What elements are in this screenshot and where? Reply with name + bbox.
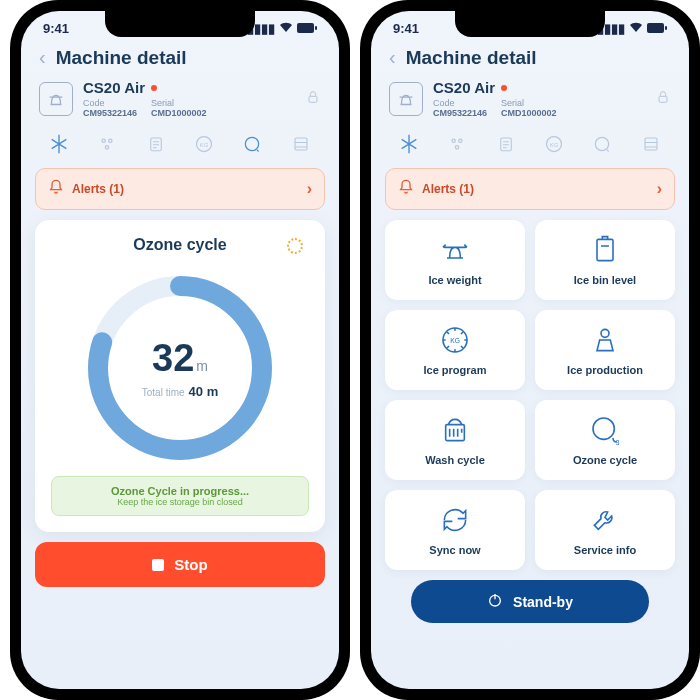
header: ‹ Machine detail — [21, 40, 339, 79]
svg-point-17 — [459, 139, 462, 142]
svg-rect-14 — [665, 26, 667, 30]
tab-kg[interactable]: KG — [190, 130, 218, 158]
machine-header: CS20 Air CodeCM95322146 SerialCMD1000002 — [21, 79, 339, 126]
svg-rect-1 — [315, 26, 317, 30]
tile-ice-production[interactable]: Ice production — [535, 310, 675, 390]
ozone-title: Ozone cycle — [133, 236, 226, 253]
back-button[interactable]: ‹ — [39, 46, 46, 69]
page-title: Machine detail — [406, 47, 537, 69]
tab-snowflake[interactable] — [45, 130, 73, 158]
tab-drops[interactable] — [93, 130, 121, 158]
stop-label: Stop — [174, 556, 207, 573]
wifi-icon — [629, 21, 643, 36]
total-label: Total time — [142, 387, 185, 398]
action-grid: Ice weight Ice bin level KGIce program I… — [371, 220, 689, 580]
stop-icon — [152, 559, 164, 571]
svg-point-29 — [593, 418, 614, 439]
note-line2: Keep the ice storage bin closed — [60, 497, 300, 507]
progress-note: Ozone Cycle in progress... Keep the ice … — [51, 476, 309, 516]
total-unit: m — [207, 384, 219, 399]
svg-text:3: 3 — [616, 439, 620, 446]
tile-label: Sync now — [429, 544, 480, 556]
svg-point-16 — [452, 139, 455, 142]
gauge-value: 32 — [152, 337, 194, 379]
tile-label: Wash cycle — [425, 454, 485, 466]
tab-ozone[interactable] — [238, 130, 266, 158]
bell-icon — [48, 179, 64, 199]
code-value: CM95322146 — [83, 108, 137, 118]
phone-left: 9:41 ▮▮▮▮ ‹ Machine detail CS20 Air Code… — [10, 0, 350, 700]
tab-row: KG — [371, 126, 689, 168]
tile-ice-weight[interactable]: Ice weight — [385, 220, 525, 300]
wifi-icon — [279, 21, 293, 36]
standby-button[interactable]: Stand-by — [411, 580, 649, 623]
tab-drops[interactable] — [443, 130, 471, 158]
notch — [455, 11, 605, 37]
machine-name: CS20 Air — [83, 79, 145, 96]
svg-text:KG: KG — [450, 337, 460, 344]
lock-icon[interactable] — [305, 89, 321, 109]
tile-label: Ice production — [567, 364, 643, 376]
tile-ice-program[interactable]: KGIce program — [385, 310, 525, 390]
tab-clipboard[interactable] — [492, 130, 520, 158]
tab-ozone[interactable] — [588, 130, 616, 158]
tab-grid[interactable] — [637, 130, 665, 158]
battery-icon — [647, 21, 667, 36]
svg-point-4 — [109, 139, 112, 142]
power-icon — [487, 592, 503, 611]
serial-value: CMD1000002 — [501, 108, 557, 118]
tab-grid[interactable] — [287, 130, 315, 158]
screen: 9:41 ▮▮▮▮ ‹ Machine detail CS20 Air Code… — [21, 11, 339, 689]
screen: 9:41 ▮▮▮▮ ‹ Machine detail CS20 Air Code… — [371, 11, 689, 689]
bell-icon — [398, 179, 414, 199]
progress-gauge: 32m Total time40 m — [80, 268, 280, 468]
code-label: Code — [83, 98, 105, 108]
svg-point-18 — [456, 146, 459, 149]
code-value: CM95322146 — [433, 108, 487, 118]
tile-label: Ice weight — [428, 274, 481, 286]
machine-icon — [389, 82, 423, 116]
alerts-label: Alerts (1) — [72, 182, 299, 196]
tab-snowflake[interactable] — [395, 130, 423, 158]
page-title: Machine detail — [56, 47, 187, 69]
alerts-label: Alerts (1) — [422, 182, 649, 196]
machine-header: CS20 Air CodeCM95322146 SerialCMD1000002 — [371, 79, 689, 126]
svg-rect-2 — [309, 96, 317, 102]
battery-icon — [297, 21, 317, 36]
serial-label: Serial — [501, 98, 524, 108]
tile-ice-bin-level[interactable]: Ice bin level — [535, 220, 675, 300]
tile-label: Ice bin level — [574, 274, 636, 286]
tab-row: KG — [21, 126, 339, 168]
alerts-bar[interactable]: Alerts (1) › — [35, 168, 325, 210]
tile-ozone-cycle[interactable]: 3Ozone cycle — [535, 400, 675, 480]
svg-text:KG: KG — [200, 142, 209, 148]
back-button[interactable]: ‹ — [389, 46, 396, 69]
clock: 9:41 — [43, 21, 69, 36]
alerts-bar[interactable]: Alerts (1) › — [385, 168, 675, 210]
tile-sync-now[interactable]: Sync now — [385, 490, 525, 570]
lock-icon[interactable] — [655, 89, 671, 109]
tile-wash-cycle[interactable]: Wash cycle — [385, 400, 525, 480]
serial-label: Serial — [151, 98, 174, 108]
svg-rect-23 — [645, 138, 657, 150]
svg-rect-15 — [659, 96, 667, 102]
svg-point-9 — [246, 137, 259, 150]
gauge-unit: m — [196, 358, 208, 374]
standby-label: Stand-by — [513, 594, 573, 610]
phone-right: 9:41 ▮▮▮▮ ‹ Machine detail CS20 Air Code… — [360, 0, 700, 700]
tab-clipboard[interactable] — [142, 130, 170, 158]
svg-point-5 — [106, 146, 109, 149]
svg-rect-24 — [597, 239, 613, 260]
tile-label: Service info — [574, 544, 636, 556]
machine-name: CS20 Air — [433, 79, 495, 96]
svg-point-27 — [601, 329, 609, 337]
status-dot — [151, 85, 157, 91]
machine-icon — [39, 82, 73, 116]
ozone-card: Ozone cycle 32m Total time40 m Ozone Cyc… — [35, 220, 325, 532]
tile-service-info[interactable]: Service info — [535, 490, 675, 570]
stop-button[interactable]: Stop — [35, 542, 325, 587]
svg-point-3 — [102, 139, 105, 142]
chevron-right-icon: › — [307, 180, 312, 198]
notch — [105, 11, 255, 37]
tab-kg[interactable]: KG — [540, 130, 568, 158]
